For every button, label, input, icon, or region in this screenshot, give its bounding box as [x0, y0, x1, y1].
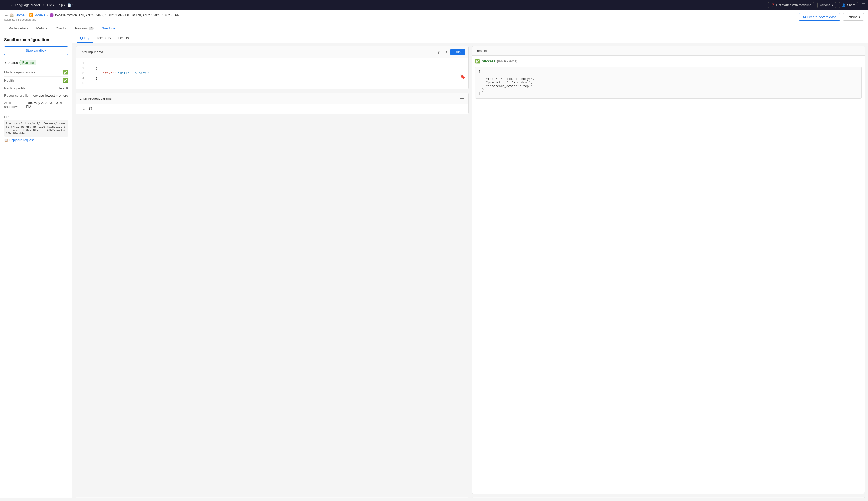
health-value: ✅ [63, 78, 68, 83]
health-row: Health ✅ [4, 76, 68, 85]
right-panel: Results ✅ Success (ran in 276ms) [ { "te… [472, 46, 865, 494]
status-section: ▼ Status Running Model dependencies ✅ He… [4, 60, 68, 110]
minimize-params-button[interactable]: — [459, 95, 465, 101]
results-card: Results ✅ Success (ran in 276ms) [ { "te… [472, 46, 865, 494]
code-line-5: 5 ] [79, 81, 465, 86]
output-bottom-card: Output (0) No properties configured [472, 497, 865, 498]
auto-shutdown-row: Auto shutdown Tue, May 2, 2023, 10:01 PM [4, 99, 68, 110]
models-link[interactable]: Models [34, 13, 45, 17]
tab-checks[interactable]: Checks [52, 24, 71, 33]
success-badge: ✅ Success (ran in 276ms) [475, 59, 861, 64]
params-editor[interactable]: 1 {} [76, 104, 468, 114]
models-icon: 🔀 [29, 13, 33, 17]
subtab-details[interactable]: Details [115, 33, 133, 43]
tab-reviews[interactable]: Reviews 0 [71, 24, 98, 33]
breadcrumb-actions-button[interactable]: Actions ▾ [843, 13, 864, 21]
success-check-icon: ✅ [475, 59, 480, 64]
refresh-icon-button[interactable]: ↺ [444, 49, 448, 55]
code-line-3: 3 "text": "Hello, Foundry!" [79, 71, 465, 76]
doc-count: 📄 1 [67, 3, 74, 7]
top-bar-left: 🖥 → Language Model ☆ File ▾ Help ▾ 📄 1 [3, 3, 74, 8]
input-data-actions: 🗑 ↺ Run [436, 49, 465, 55]
code-line-2: 2 { [79, 66, 465, 71]
back-button[interactable]: ← [4, 13, 8, 18]
status-badge: Running [19, 60, 37, 65]
input-data-title: Enter input data [80, 50, 103, 54]
delete-icon-button[interactable]: 🗑 [436, 49, 442, 55]
share-button[interactable]: 👤 Share [839, 2, 858, 8]
result-code: [ { "text": "Hello, Foundry!", "predicti… [475, 67, 861, 99]
input-bottom-header: Input (0) [76, 497, 468, 498]
app-title: Language Model [15, 3, 40, 7]
submitted-time: Submitted 3 seconds ago [4, 18, 180, 21]
request-params-title: Enter request params [80, 96, 112, 100]
request-params-card: Enter request params — 1 {} [75, 93, 469, 114]
url-value: foundry-ml-live/api/inference/transform/… [4, 120, 68, 137]
favorite-icon[interactable]: ☆ [42, 3, 45, 7]
health-check-icon: ✅ [63, 78, 68, 83]
input-code-editor[interactable]: 1 [ 2 { 3 "text": "Hello, Foundry!" [76, 58, 468, 89]
results-title: Results [476, 49, 487, 53]
menu-icon-button[interactable]: ☰ [861, 3, 865, 8]
sub-tabs: Query Telemetry Details [72, 33, 868, 43]
url-section: URL foundry-ml-live/api/inference/transf… [4, 116, 68, 142]
copy-curl-button[interactable]: 📋 Copy curl request [4, 138, 34, 142]
breadcrumb: ← 🏠 Home › 🔀 Models › 🟣 t5-base-pytorch … [4, 13, 180, 18]
main-layout: Sandbox configuration Stop sandbox ▼ Sta… [0, 33, 868, 498]
bookmark-icon: 🔖 [459, 74, 465, 79]
stop-sandbox-button[interactable]: Stop sandbox [4, 46, 68, 55]
home-link[interactable]: Home [15, 13, 24, 17]
bottom-panels: Input (0) No properties configured Outpu… [72, 497, 868, 498]
status-header[interactable]: ▼ Status Running [4, 60, 68, 65]
model-deps-value: ✅ [63, 70, 68, 75]
create-release-button[interactable]: 🏷 Create new release [799, 13, 840, 21]
current-model: t5-base-pytorch (Thu, Apr 27, 2023, 10:0… [55, 13, 180, 17]
content-area: Query Telemetry Details Enter input data… [72, 33, 868, 498]
request-params-header: Enter request params — [76, 93, 468, 104]
copy-icon: 📋 [4, 138, 8, 142]
subtab-telemetry[interactable]: Telemetry [93, 33, 115, 43]
subtab-query[interactable]: Query [76, 33, 93, 43]
input-data-card: Enter input data 🗑 ↺ Run 1 [ [75, 46, 469, 89]
release-icon: 🏷 [803, 15, 806, 19]
url-label: URL [4, 116, 68, 119]
breadcrumb-bar: ← 🏠 Home › 🔀 Models › 🟣 t5-base-pytorch … [0, 10, 868, 24]
file-menu-button[interactable]: File ▾ [47, 3, 54, 7]
help-menu-button[interactable]: Help ▾ [56, 3, 65, 7]
panels: Enter input data 🗑 ↺ Run 1 [ [72, 43, 868, 497]
get-started-button[interactable]: ❓ Get started with modeling [768, 2, 814, 8]
run-button[interactable]: Run [450, 49, 465, 55]
top-actions-button[interactable]: Actions ▾ [817, 2, 836, 8]
results-body: ✅ Success (ran in 276ms) [ { "text": "He… [472, 56, 865, 493]
breadcrumb-actions: 🏷 Create new release Actions ▾ [799, 13, 864, 21]
sep2: › [47, 13, 48, 17]
params-line-1: 1 {} [80, 107, 465, 111]
tab-metrics[interactable]: Metrics [32, 24, 52, 33]
code-line-1: 1 [ [79, 61, 465, 66]
code-line-4: 4 } [79, 76, 465, 81]
tab-model-details[interactable]: Model details [4, 24, 32, 33]
left-panel: Enter input data 🗑 ↺ Run 1 [ [75, 46, 469, 494]
nav-tabs: Model details Metrics Checks Reviews 0 S… [0, 24, 868, 33]
resource-profile-row: Resource profile low-cpu-lowest-memory [4, 92, 68, 99]
home-icon: 🏠 [10, 13, 14, 17]
app-icon: 🖥 [3, 3, 7, 8]
status-toggle: ▼ [4, 61, 7, 64]
input-bottom-card: Input (0) No properties configured [75, 497, 469, 498]
results-header: Results [472, 46, 865, 56]
model-deps-check-icon: ✅ [63, 70, 68, 75]
model-icon: 🟣 [50, 13, 54, 17]
breadcrumb-left: ← 🏠 Home › 🔀 Models › 🟣 t5-base-pytorch … [4, 13, 180, 21]
input-data-header: Enter input data 🗑 ↺ Run [76, 46, 468, 58]
model-deps-row: Model dependencies ✅ [4, 68, 68, 76]
sidebar-title: Sandbox configuration [4, 38, 68, 42]
output-bottom-header: Output (0) [472, 497, 865, 498]
top-bar-right: ❓ Get started with modeling Actions ▾ 👤 … [768, 2, 865, 8]
reviews-badge: 0 [89, 26, 94, 30]
replica-profile-row: Replica profile default [4, 85, 68, 92]
sidebar: Sandbox configuration Stop sandbox ▼ Sta… [0, 33, 72, 498]
tab-sandbox[interactable]: Sandbox [98, 24, 119, 33]
top-bar: 🖥 → Language Model ☆ File ▾ Help ▾ 📄 1 ❓… [0, 0, 868, 10]
sep1: › [26, 13, 27, 17]
